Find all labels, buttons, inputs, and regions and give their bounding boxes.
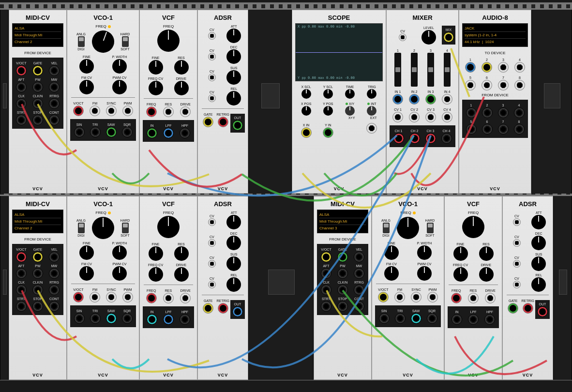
switch[interactable] [122,223,129,233]
jack[interactable] [32,252,43,262]
jack[interactable] [106,292,117,302]
knob[interactable] [149,60,163,75]
jack[interactable] [218,303,228,314]
jack[interactable] [392,94,403,105]
knob[interactable] [226,236,241,250]
knob[interactable] [417,266,432,281]
midi-display[interactable]: ALSAMidi Through:MiChannel 2 [12,210,63,233]
midi-display[interactable]: ALSA Midi Through:Mi Channel 2 [12,23,63,47]
fader[interactable] [444,53,451,87]
jack[interactable] [208,94,216,102]
jack[interactable] [442,94,452,105]
jack[interactable] [74,127,85,137]
jack[interactable] [366,123,377,134]
knob[interactable] [301,89,311,99]
jack[interactable] [208,53,216,60]
jack[interactable] [378,292,389,302]
jack[interactable] [498,80,509,90]
jack[interactable] [146,293,157,303]
jack[interactable] [49,115,60,125]
knob[interactable] [397,217,419,239]
jack[interactable] [399,33,406,41]
button[interactable] [345,106,355,116]
knob[interactable] [531,256,546,271]
jack[interactable] [16,301,27,312]
fader[interactable] [394,53,401,87]
knob[interactable] [149,81,163,95]
jack[interactable] [90,292,100,302]
knob-dec[interactable] [226,49,241,64]
knob-fmcv[interactable] [79,80,94,94]
jack[interactable] [337,301,348,312]
jack[interactable] [321,268,331,279]
jack[interactable] [16,115,27,125]
jack[interactable] [16,82,27,92]
jack[interactable] [354,301,364,312]
jack[interactable] [451,293,462,303]
fader[interactable] [411,53,418,87]
jack[interactable] [122,313,133,324]
jack[interactable] [180,128,190,138]
jack[interactable] [337,285,348,295]
jack[interactable] [409,133,420,144]
jack[interactable] [514,62,525,73]
jack[interactable] [482,124,493,135]
jack[interactable] [409,94,420,105]
jack-gate[interactable] [203,117,213,127]
knob[interactable] [323,106,333,116]
jack[interactable] [482,62,492,73]
jack[interactable] [49,301,60,312]
jack[interactable] [147,314,157,325]
jack[interactable] [441,133,452,144]
jack-lpf[interactable] [163,128,174,138]
jack-xin[interactable] [301,127,312,138]
jack[interactable] [32,115,43,125]
knob[interactable] [149,246,163,261]
jack[interactable] [122,127,133,137]
knob[interactable] [531,277,546,292]
jack[interactable] [16,268,27,279]
jack[interactable] [106,106,117,116]
jack[interactable] [208,239,216,247]
knob[interactable] [479,267,494,282]
jack[interactable] [32,82,43,92]
jack[interactable] [32,268,43,279]
switch[interactable] [78,223,85,233]
knob[interactable] [453,246,468,261]
knob[interactable] [479,246,494,261]
jack[interactable] [32,98,43,109]
knob[interactable] [174,246,189,261]
knob[interactable] [453,267,468,282]
switch-anlg[interactable] [78,36,85,47]
knob[interactable] [92,217,114,239]
jack[interactable] [90,127,101,137]
knob[interactable] [384,245,399,260]
jack[interactable] [498,62,509,73]
jack[interactable] [146,106,157,117]
knob[interactable] [226,215,241,229]
jack[interactable] [514,107,525,118]
jack[interactable] [321,301,331,312]
jack[interactable] [203,303,213,314]
jack[interactable] [122,292,133,302]
knob-rel[interactable] [226,91,241,106]
jack[interactable] [466,107,477,118]
switch[interactable] [383,223,390,233]
knob[interactable] [301,106,311,116]
jack[interactable] [411,313,421,324]
jack[interactable] [392,112,403,122]
knob-fine[interactable] [79,59,94,74]
jack[interactable] [425,112,436,122]
jack[interactable] [354,285,364,295]
knob-pwidth[interactable] [112,59,127,74]
jack[interactable] [354,252,364,262]
jack[interactable] [513,281,521,288]
knob[interactable] [462,216,484,238]
jack[interactable] [452,314,462,325]
jack[interactable] [208,281,216,288]
knob-pwmcv[interactable] [112,80,127,94]
knob[interactable] [345,89,355,99]
jack[interactable] [513,260,521,268]
knob-sus[interactable] [226,70,241,85]
jack[interactable] [466,124,477,135]
